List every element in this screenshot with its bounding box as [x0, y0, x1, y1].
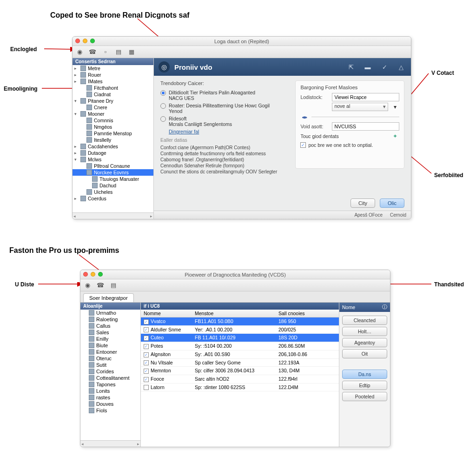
h-scrollbar[interactable]: ◂▸: [73, 212, 153, 219]
sidebar-item[interactable]: Lonits: [80, 388, 140, 394]
table-row[interactable]: ✓Nu VitsaleSp caller Secy Gome122.193A: [141, 359, 339, 367]
tool-icon-3[interactable]: ▫: [101, 48, 110, 56]
table-row[interactable]: ✓VvatcoFB11.A01 50.0B0186 950: [141, 317, 339, 326]
banner-icon-3[interactable]: ✓: [379, 62, 390, 72]
leaf-icon[interactable]: ✦: [391, 132, 399, 140]
tree[interactable]: ▸Metre▸Rouer▸IMatesFitcthahontCiadnat▾Pi…: [73, 65, 153, 212]
h-scrollbar-2[interactable]: ◂▸: [80, 440, 140, 447]
tree-item[interactable]: Uicheles: [73, 189, 153, 195]
tree-item[interactable]: Nmgéos: [73, 124, 153, 130]
col-sall[interactable]: Sall cnooies: [276, 310, 339, 317]
globe-icon[interactable]: ◉: [83, 281, 92, 290]
tree-item[interactable]: Pamntie Menstop: [73, 130, 153, 137]
table-row[interactable]: ✓AlgnsitonSy: .A01 00.S90206,108-0.86: [141, 350, 339, 359]
minimize-icon[interactable]: [83, 39, 87, 43]
table-row[interactable]: ✓MemntonSp: cilfer 3006 28.094.0413130, …: [141, 367, 339, 375]
close-icon[interactable]: [83, 272, 88, 277]
sidebar-item[interactable]: Sutit: [80, 362, 140, 368]
panel-button[interactable]: Cleancted: [342, 316, 387, 325]
table-row[interactable]: ✓CuteoFB 11.A01 10/.02918S 20D: [141, 334, 339, 342]
table-header[interactable]: Nomme Menstoe Sall cnooies: [141, 310, 339, 317]
tree-item[interactable]: ▸Rouer: [73, 72, 153, 78]
tool-icon-5[interactable]: ▦: [127, 48, 136, 56]
panel-button[interactable]: Pooteled: [342, 392, 387, 401]
tree-item[interactable]: Ciadnat: [73, 91, 153, 98]
panel-button[interactable]: Da.ns: [342, 370, 387, 379]
sidebar-item[interactable]: Biute: [80, 342, 140, 349]
titlebar[interactable]: Loga dauct on (Repited): [73, 37, 411, 46]
tab-soer[interactable]: Soer Inbegratpor: [83, 293, 134, 302]
tool-icon-b[interactable]: ☎: [96, 281, 105, 290]
radio-2[interactable]: Roater: Deesia Pilliteatterning Use Howc…: [160, 102, 289, 115]
sidebar-item[interactable]: Oteruc: [80, 355, 140, 362]
tree-item[interactable]: Itesllelly: [73, 137, 153, 143]
table-row[interactable]: ✓Alduller SnmeYer: .A0.1 00.200200/025: [141, 326, 339, 334]
tree-2[interactable]: UrrnathoRaloetingCallusSalesEnillyBiuteE…: [80, 310, 140, 440]
banner-icon-2[interactable]: ▬: [363, 62, 373, 72]
sidebar-item[interactable]: Entooner: [80, 349, 140, 355]
traffic-lights-2[interactable]: [83, 272, 103, 277]
banner-icon-1[interactable]: ⇱: [346, 62, 356, 72]
tree-item[interactable]: ▸IMates: [73, 78, 153, 85]
banner-title: Proniiv vdo: [174, 63, 212, 71]
table-row[interactable]: LatornSp: :dinter 1080 622SS122.D4M: [141, 383, 339, 392]
table-row[interactable]: ✓FooceSarc altin hOD2122.f94rl: [141, 375, 339, 383]
link-dingremar[interactable]: Dingremiar fal: [169, 129, 199, 134]
close-icon[interactable]: [75, 39, 80, 43]
sidebar-item[interactable]: Tapones: [80, 381, 140, 388]
sidebar-item[interactable]: Sales: [80, 329, 140, 336]
tree-item[interactable]: Ttuuiogs Maruater: [73, 176, 153, 182]
tree-item[interactable]: Norckee Eovnrs: [73, 169, 153, 176]
info-icon[interactable]: ⓘ: [382, 304, 387, 311]
radio-3[interactable]: RidesoftMcrals Canliigtt Senglentoms: [160, 115, 289, 128]
zoom-icon[interactable]: [90, 39, 95, 43]
sidebar-item[interactable]: Douves: [80, 401, 140, 407]
col-menstoe[interactable]: Menstoe: [192, 310, 276, 317]
radio-1[interactable]: Diltidioolt Tier Prieitars Palin Aloagan…: [160, 89, 289, 102]
tree-item[interactable]: ▸Cacdahendes: [73, 143, 153, 150]
tree-item[interactable]: Fitcthahont: [73, 85, 153, 91]
checkbox-poc[interactable]: ✓: [300, 142, 306, 148]
sidebar-item[interactable]: Fiols: [80, 407, 140, 414]
tree-item[interactable]: Cnere: [73, 104, 153, 111]
table-body[interactable]: ✓VvatcoFB11.A01 50.0B0186 950✓Alduller S…: [141, 317, 339, 447]
col-name[interactable]: Nomme: [141, 310, 192, 317]
minimize-icon[interactable]: [91, 272, 95, 277]
sidebar-item[interactable]: rastes: [80, 394, 140, 401]
tree-item[interactable]: ▸Dutaoge: [73, 150, 153, 156]
sidebar-item[interactable]: Callus: [80, 323, 140, 329]
tree-item[interactable]: ▾Mooner: [73, 111, 153, 117]
sidebar-item[interactable]: Enilly: [80, 336, 140, 342]
tool-icon-2[interactable]: ☎: [88, 48, 97, 56]
input-void[interactable]: [332, 122, 399, 131]
tree-item[interactable]: ▾Mclws: [73, 156, 153, 163]
olic-button[interactable]: Olic: [380, 198, 404, 208]
panel-button[interactable]: Ageantoy: [342, 338, 387, 347]
city-button[interactable]: City: [350, 198, 375, 208]
tree-item[interactable]: Comnnis: [73, 117, 153, 124]
tool-icon-4[interactable]: ▤: [114, 48, 123, 56]
select-noveal[interactable]: nove al: [332, 103, 388, 111]
panel-button[interactable]: Oit: [342, 349, 387, 358]
status-apess: Apesš OFoce: [354, 212, 383, 218]
input-lodistock[interactable]: [332, 93, 399, 101]
tree-item[interactable]: ▸Metre: [73, 65, 153, 72]
titlebar-2[interactable]: Pioeweer of Dragnoctica Maniteding (VCDS…: [80, 270, 390, 279]
sidebar-item[interactable]: Urrnatho: [80, 310, 140, 316]
sidebar-item[interactable]: Raloeting: [80, 316, 140, 323]
sidebar-item[interactable]: Corides: [80, 368, 140, 375]
dropdown-btn[interactable]: ▾: [391, 103, 399, 111]
tree-item[interactable]: ▾Pitanee Dry: [73, 98, 153, 104]
tree-item[interactable]: ▸Coerdus: [73, 195, 153, 202]
tool-icon-c[interactable]: ▤: [109, 281, 118, 290]
globe-icon[interactable]: ◉: [75, 48, 84, 56]
traffic-lights[interactable]: [75, 39, 95, 43]
table-row[interactable]: ✓PotesSy: :5104 00.200206.86.S0M: [141, 342, 339, 350]
panel-button[interactable]: Holt…: [342, 327, 387, 336]
sidebar-item[interactable]: Cottealitanernt: [80, 375, 140, 381]
tree-item[interactable]: Dachud: [73, 182, 153, 189]
tree-item[interactable]: Plltroal Conaune: [73, 163, 153, 169]
panel-button[interactable]: Edtip: [342, 381, 387, 390]
zoom-icon[interactable]: [98, 272, 103, 277]
banner-icon-4[interactable]: △: [396, 62, 406, 72]
